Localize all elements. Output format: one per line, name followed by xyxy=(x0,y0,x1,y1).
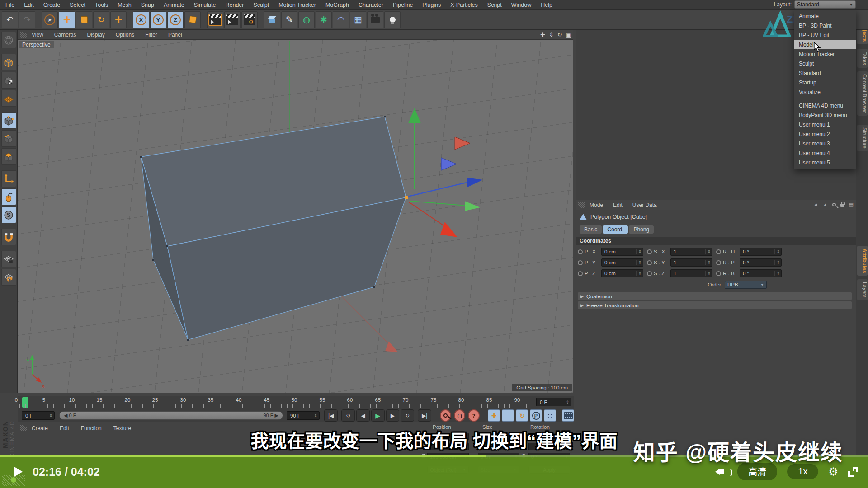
layout-item-user-menu-3[interactable]: User menu 3 xyxy=(794,139,856,148)
previous-key-button[interactable]: ↺ xyxy=(341,409,355,422)
viewport-orbit-icon[interactable]: ↻ xyxy=(557,31,562,38)
move-tool-button[interactable]: ✚ xyxy=(59,11,75,28)
viewport-zoom-icon[interactable]: ⇕ xyxy=(549,31,554,38)
menu-animate[interactable]: Animate xyxy=(164,2,184,8)
texture-mode-button[interactable] xyxy=(1,72,16,89)
layout-item-cinema4d-menu[interactable]: CINEMA 4D menu xyxy=(794,101,856,110)
add-mograph-button[interactable]: ✱ xyxy=(316,11,332,28)
menu-render[interactable]: Render xyxy=(225,2,244,8)
menu-window[interactable]: Window xyxy=(511,2,531,8)
edges-mode-button[interactable] xyxy=(1,130,16,147)
layout-item-animate[interactable]: Animate xyxy=(794,11,856,21)
menu-mesh[interactable]: Mesh xyxy=(118,2,132,8)
pz-field[interactable]: 0 cm⇕ xyxy=(601,269,643,277)
ruler-frame-field[interactable]: 0 F⇕ xyxy=(536,398,571,406)
add-spline-button[interactable]: ✎ xyxy=(281,11,297,28)
layout-item-sculpt[interactable]: Sculpt xyxy=(794,59,856,68)
goto-start-button[interactable]: |◀ xyxy=(324,409,338,422)
goto-end-button[interactable]: ▶| xyxy=(418,409,431,422)
menu-file[interactable]: File xyxy=(5,2,14,8)
redo-button[interactable]: ↷ xyxy=(19,11,35,28)
tab-content-browser[interactable]: Content Browser xyxy=(857,71,868,116)
tab-structure[interactable]: Structure xyxy=(857,125,868,151)
key-circle-icon[interactable] xyxy=(716,260,721,265)
menu-xparticles[interactable]: X-Particles xyxy=(450,2,477,8)
freeze-transformation-section[interactable]: ▶ Freeze Transformation xyxy=(578,301,852,309)
render-view-button[interactable] xyxy=(207,11,223,28)
lock-workplane-button[interactable] xyxy=(1,251,16,267)
rp-field[interactable]: 0 °⇕ xyxy=(740,258,782,267)
layout-item-user-menu-5[interactable]: User menu 5 xyxy=(794,158,856,167)
px-field[interactable]: 0 cm⇕ xyxy=(601,248,643,256)
pin-icon[interactable]: ▲ xyxy=(823,202,828,207)
menu-plugins[interactable]: Plugins xyxy=(422,2,441,8)
workplane-mode-button[interactable] xyxy=(1,90,16,107)
stepper-icon[interactable]: ⇕ xyxy=(705,271,711,276)
layout-item-user-menu-4[interactable]: User menu 4 xyxy=(794,148,856,158)
menu-edit[interactable]: Edit xyxy=(24,2,34,8)
enable-axis-button[interactable] xyxy=(1,170,16,187)
py-field[interactable]: 0 cm⇕ xyxy=(601,258,643,267)
stepper-icon[interactable]: ⇕ xyxy=(705,249,711,254)
model-mode-button[interactable] xyxy=(1,54,16,70)
am-menu-mode[interactable]: Mode xyxy=(590,202,603,208)
viewport-menu-cameras[interactable]: Cameras xyxy=(54,32,76,38)
lock-x-axis-button[interactable]: X xyxy=(133,11,149,28)
add-camera-button[interactable] xyxy=(367,11,383,28)
layout-item-user-menu-2[interactable]: User menu 2 xyxy=(794,129,856,139)
stepper-icon[interactable]: ⇕ xyxy=(774,260,780,265)
viewport-menu-options[interactable]: Options xyxy=(116,32,134,38)
render-settings-button[interactable] xyxy=(241,11,258,28)
tab-attributes[interactable]: Attributes xyxy=(857,246,868,276)
key-circle-icon[interactable] xyxy=(578,271,583,276)
tab-takes[interactable]: Takes xyxy=(857,49,868,68)
layout-item-motion-tracker[interactable]: Motion Tracker xyxy=(794,49,856,59)
end-frame-field[interactable]: 90 F⇕ xyxy=(287,411,320,420)
menu-sculpt[interactable]: Sculpt xyxy=(253,2,269,8)
tab-layers[interactable]: Layers xyxy=(857,279,868,300)
next-frame-button[interactable]: ▶ xyxy=(386,409,400,422)
menu-character[interactable]: Character xyxy=(359,2,383,8)
previous-frame-button[interactable]: ◀ xyxy=(356,409,370,422)
key-parameter-toggle[interactable]: P xyxy=(530,409,542,422)
stepper-icon[interactable]: ⇕ xyxy=(705,260,711,265)
fullscreen-icon[interactable] xyxy=(848,467,858,477)
next-key-button[interactable]: ↻ xyxy=(401,409,414,422)
snapping-toggle-button[interactable] xyxy=(1,229,16,245)
key-scale-toggle[interactable] xyxy=(502,409,514,422)
camera-label[interactable]: Perspective xyxy=(19,41,54,48)
layout-item-user-menu-1[interactable]: User menu 1 xyxy=(794,120,856,129)
key-circle-icon[interactable] xyxy=(578,260,583,265)
viewport-perspective[interactable]: Y X View Cameras Display Options Filter … xyxy=(18,30,573,393)
layout-item-bodypaint-menu[interactable]: BodyPaint 3D menu xyxy=(794,110,856,120)
timeline-ruler[interactable]: 0 5 10 15 20 25 30 35 40 45 50 55 60 65 … xyxy=(18,396,574,408)
menu-pipeline[interactable]: Pipeline xyxy=(393,2,413,8)
add-subdivision-surface-button[interactable]: ◍ xyxy=(298,11,315,28)
last-tool-button[interactable]: ✚ xyxy=(110,11,127,28)
stepper-icon[interactable]: ⇕ xyxy=(564,400,569,404)
menu-motion-tracker[interactable]: Motion Tracker xyxy=(278,2,316,8)
autokey-button[interactable]: ( ) xyxy=(454,409,465,422)
lock-y-axis-button[interactable]: Y xyxy=(150,11,166,28)
undo-button[interactable]: ↶ xyxy=(2,11,18,28)
stepper-icon[interactable]: ⇕ xyxy=(47,413,52,418)
timeline-window-button[interactable] xyxy=(562,409,574,422)
points-mode-button[interactable] xyxy=(1,112,16,129)
player-settings-icon[interactable]: ⚙ xyxy=(828,465,838,478)
viewport-maximize-icon[interactable]: ▣ xyxy=(566,31,571,38)
tab-coord[interactable]: Coord. xyxy=(603,225,628,234)
add-environment-button[interactable]: ▦ xyxy=(350,11,366,28)
key-pla-toggle[interactable]: ∷ xyxy=(544,409,556,422)
order-dropdown[interactable]: HPB▼ xyxy=(725,281,767,289)
layout-item-model[interactable]: Model xyxy=(794,40,856,49)
rotate-tool-button[interactable]: ↻ xyxy=(93,11,109,28)
viewport-menu-view[interactable]: View xyxy=(32,32,43,38)
make-editable-button[interactable] xyxy=(1,32,16,48)
menu-tools[interactable]: Tools xyxy=(95,2,108,8)
viewport-solo-button[interactable] xyxy=(1,188,16,205)
render-picture-viewer-button[interactable] xyxy=(224,11,241,28)
menu-help[interactable]: Help xyxy=(541,2,552,8)
lock-z-axis-button[interactable]: Z xyxy=(167,11,184,28)
live-selection-button[interactable]: ➤ xyxy=(42,11,58,28)
current-frame-field[interactable]: 0 F⇕ xyxy=(22,411,55,420)
